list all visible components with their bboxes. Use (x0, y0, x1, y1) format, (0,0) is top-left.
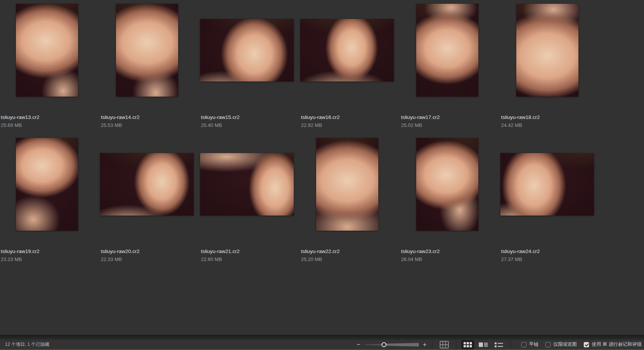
file-name: tsliuyu-raw15.cr2 (201, 114, 299, 120)
status-bar: 12 个项目, 1 个已隐藏 − + (0, 340, 644, 350)
file-size: 22.60 MB (201, 256, 299, 262)
slider-track-left (364, 344, 384, 346)
file-size: 25.53 MB (101, 122, 199, 128)
checkbox-unchecked-icon[interactable] (545, 342, 551, 347)
file-item[interactable]: tsliuyu-raw13.cr225.69 MB (0, 4, 100, 134)
separator (510, 340, 511, 349)
file-item[interactable]: tsliuyu-raw22.cr225.20 MB (300, 138, 400, 268)
file-thumbnail[interactable] (200, 19, 294, 81)
separator (456, 340, 456, 349)
file-item[interactable]: tsliuyu-raw21.cr222.60 MB (200, 138, 300, 268)
thumbnail-area (200, 138, 294, 231)
thumbnail-area (300, 4, 394, 97)
file-size: 22.33 MB (101, 256, 199, 262)
grid-lock-view-button[interactable] (437, 339, 451, 350)
thumbnail-area (500, 4, 594, 97)
file-thumbnail[interactable] (200, 153, 294, 216)
file-item[interactable]: tsliuyu-raw24.cr227.37 MB (500, 138, 600, 268)
grid-view-icon (440, 341, 449, 348)
file-size: 25.02 MB (401, 122, 499, 128)
thumbnail-area (0, 138, 94, 231)
file-thumbnail[interactable] (300, 19, 394, 81)
thumbnail-area (500, 138, 594, 231)
details-view-button[interactable] (476, 340, 490, 349)
file-size: 22.92 MB (301, 122, 399, 128)
file-item[interactable]: tsliuyu-raw20.cr222.33 MB (100, 138, 200, 268)
file-size: 24.42 MB (501, 122, 599, 128)
file-name: tsliuyu-raw20.cr2 (101, 248, 199, 254)
file-name: tsliuyu-raw21.cr2 (201, 248, 299, 254)
file-thumbnail[interactable] (416, 138, 478, 231)
checkbox-label: 使用 ⌘ 进行标记和评级 (592, 341, 642, 348)
file-item[interactable]: tsliuyu-raw18.cr224.42 MB (500, 4, 600, 134)
file-thumbnail[interactable] (16, 4, 78, 97)
thumbnail-area (100, 138, 194, 231)
file-name: tsliuyu-raw18.cr2 (501, 114, 599, 120)
file-size: 25.69 MB (1, 122, 99, 128)
file-grid: tsliuyu-raw13.cr225.69 MBtsliuyu-raw14.c… (0, 0, 644, 335)
file-size: 27.37 MB (501, 256, 599, 262)
file-size: 23.23 MB (1, 256, 99, 262)
file-item[interactable]: tsliuyu-raw15.cr225.40 MB (200, 4, 300, 134)
status-checkbox[interactable]: 使用 ⌘ 进行标记和评级 (584, 341, 642, 348)
checkbox-group: 平铺仅限缩览图使用 ⌘ 进行标记和评级 (514, 341, 642, 348)
file-name: tsliuyu-raw23.cr2 (401, 248, 499, 254)
thumbnail-area (300, 138, 394, 231)
list-view-button[interactable] (492, 340, 505, 349)
separator (432, 340, 432, 349)
file-size: 26.04 MB (401, 256, 499, 262)
file-item[interactable]: tsliuyu-raw16.cr222.92 MB (300, 4, 400, 134)
file-size: 25.40 MB (201, 122, 299, 128)
file-item[interactable]: tsliuyu-raw23.cr226.04 MB (400, 138, 500, 268)
thumbnail-area (400, 4, 494, 97)
file-name: tsliuyu-raw17.cr2 (401, 114, 499, 120)
thumbnail-smaller-button[interactable]: − (355, 341, 362, 348)
thumbnail-area (100, 4, 194, 97)
file-thumbnail[interactable] (116, 4, 178, 97)
file-thumbnail[interactable] (516, 4, 578, 97)
status-controls: − + (355, 339, 644, 350)
thumbnail-view-icon (464, 342, 472, 347)
file-item[interactable]: tsliuyu-raw19.cr223.23 MB (0, 138, 100, 268)
file-name: tsliuyu-raw24.cr2 (501, 248, 599, 254)
thumbnail-area (200, 4, 294, 97)
file-name: tsliuyu-raw16.cr2 (301, 114, 399, 120)
thumbnail-area (0, 4, 94, 97)
slider-track-right (384, 343, 419, 347)
thumbnail-view-button[interactable] (461, 340, 474, 349)
file-name: tsliuyu-raw13.cr2 (1, 114, 99, 120)
checkbox-label: 仅限缩览图 (553, 341, 577, 348)
details-view-icon (479, 342, 488, 347)
file-item[interactable]: tsliuyu-raw14.cr225.53 MB (100, 4, 200, 134)
file-thumbnail[interactable] (416, 4, 478, 97)
file-name: tsliuyu-raw14.cr2 (101, 114, 199, 120)
slider-thumb[interactable] (382, 342, 386, 347)
checkbox-unchecked-icon[interactable] (521, 342, 526, 347)
item-count-text: 12 个项目, 1 个已隐藏 (0, 341, 49, 348)
status-checkbox[interactable]: 仅限缩览图 (545, 341, 577, 348)
list-view-icon (495, 342, 503, 347)
file-thumbnail[interactable] (16, 138, 78, 231)
file-thumbnail[interactable] (100, 153, 194, 216)
file-name: tsliuyu-raw19.cr2 (1, 248, 99, 254)
checkbox-label: 平铺 (529, 341, 539, 348)
file-thumbnail[interactable] (316, 138, 378, 231)
file-name: tsliuyu-raw22.cr2 (301, 248, 399, 254)
file-item[interactable]: tsliuyu-raw17.cr225.02 MB (400, 4, 500, 134)
thumbnail-larger-button[interactable]: + (421, 341, 428, 348)
thumbnail-size-slider[interactable] (364, 342, 419, 348)
file-thumbnail[interactable] (500, 153, 594, 216)
checkbox-checked-icon[interactable] (584, 342, 589, 347)
file-size: 25.20 MB (301, 256, 399, 262)
status-checkbox[interactable]: 平铺 (521, 341, 539, 348)
thumbnail-area (400, 138, 494, 231)
